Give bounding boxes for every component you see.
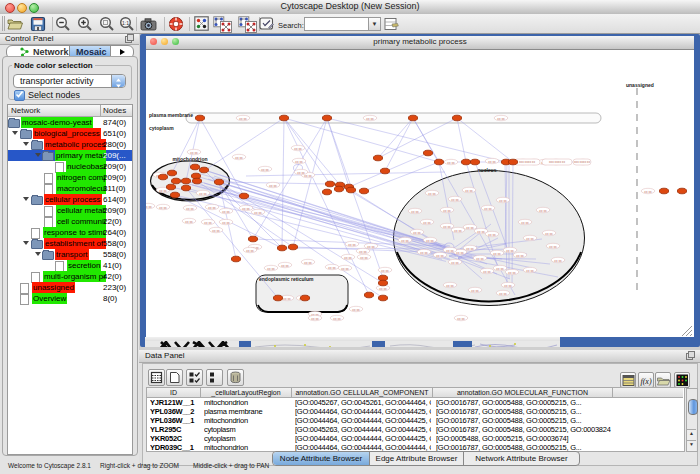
svg-text:xx xx: xx xx [381,269,389,273]
svg-text:xx xx: xx xx [401,239,409,243]
svg-text:xxx xxxx xx: xxx xxxx xx [574,160,591,164]
svg-text:xx xx: xx xx [456,251,464,255]
svg-text:xx xx: xx xx [199,192,207,196]
svg-text:xx xx: xx xx [549,245,557,249]
svg-text:xx xx: xx xx [499,292,507,296]
svg-text:xx xx: xx xx [466,247,474,251]
svg-text:xx xx: xx xx [294,147,302,151]
svg-text:xx xx: xx xx [457,317,465,321]
svg-text:xx xx: xx xx [359,250,367,254]
svg-text:xx xx: xx xx [269,184,277,188]
svg-text:xx xx: xx xx [488,160,496,164]
svg-text:xx xx: xx xx [476,257,484,261]
svg-text:xx xx: xx xx [539,209,547,213]
svg-text:xx xx: xx xx [443,209,451,213]
svg-text:xx xx: xx xx [466,226,474,230]
svg-text:xx xx: xx xx [516,254,524,258]
svg-text:xx xx: xx xx [379,287,387,291]
svg-text:xx xx: xx xx [281,264,289,268]
svg-text:nucleus: nucleus [478,167,497,173]
svg-text:1:1: 1:1 [122,20,129,26]
svg-text:xx xx: xx xx [185,220,193,224]
svg-text:xx xx: xx xx [204,221,212,225]
svg-text:xx xx: xx xx [222,221,230,225]
svg-text:xx xx: xx xx [465,189,473,193]
svg-text:unassigned: unassigned [626,82,654,88]
svg-text:xx xx: xx xx [208,206,216,210]
svg-text:xx xx: xx xx [545,232,553,236]
svg-text:xx xx: xx xx [146,205,152,209]
svg-text:xxx xxxx xx: xxx xxxx xx [519,160,536,164]
svg-text:xx xx: xx xx [246,249,254,253]
svg-text:xx xx: xx xx [366,117,374,121]
svg-text:xx xx: xx xx [493,252,501,256]
svg-text:xx xx: xx xx [420,251,428,255]
svg-text:xx xx: xx xx [344,256,352,260]
svg-text:xx xx: xx xx [348,243,356,247]
svg-text:xx xx: xx xx [428,192,436,196]
svg-text:xx xx: xx xx [446,284,454,288]
svg-text:xx xx: xx xx [186,207,194,211]
svg-text:xx xx: xx xx [499,199,507,203]
svg-text:xx xx: xx xx [304,261,312,265]
svg-text:xx xx: xx xx [328,266,336,270]
svg-text:xx xx: xx xx [297,171,305,175]
svg-text:xx xx: xx xx [483,270,491,274]
svg-text:xx xx: xx xx [426,239,434,243]
svg-text:xx xx: xx xx [235,156,243,160]
svg-text:xx xx: xx xx [477,230,485,234]
svg-text:xx xx: xx xx [261,168,269,172]
svg-text:xx xx: xx xx [360,256,368,260]
svg-text:f(x): f(x) [640,377,651,386]
svg-text:xx xx: xx xx [446,249,454,253]
svg-text:xx xx: xx xx [212,229,220,233]
svg-text:xx xx: xx xx [504,284,512,288]
svg-text:xx xx: xx xx [521,221,529,225]
svg-text:xx xx: xx xx [496,267,504,271]
svg-text:xx xx: xx xx [267,267,275,271]
svg-text:xx xx: xx xx [159,189,167,193]
svg-text:xx xx: xx xx [295,160,303,164]
svg-text:xx xx: xx xx [242,207,250,211]
svg-text:xxx xxxx xx: xxx xxxx xx [549,160,566,164]
svg-text:xx xx: xx xx [526,269,534,273]
svg-text:xx xx: xx xx [283,297,291,301]
svg-text:cytoplasm: cytoplasm [149,125,174,131]
svg-text:xx xx: xx xx [423,221,431,225]
svg-text:xx xx: xx xx [411,210,419,214]
svg-text:xx xx: xx xx [454,229,462,233]
svg-text:xx xx: xx xx [451,198,459,202]
svg-text:xx xx: xx xx [644,190,652,194]
svg-text:xx xx: xx xx [311,317,319,321]
svg-text:xx xx: xx xx [484,207,492,211]
svg-text:xx xx: xx xx [436,254,444,258]
svg-text:xx xx: xx xx [508,271,516,275]
svg-text:xx xx: xx xx [447,161,455,165]
svg-text:xx xx: xx xx [554,259,562,263]
svg-text:xx xx: xx xx [190,151,198,155]
svg-text:xx xx: xx xx [367,245,375,249]
svg-text:xx xx: xx xx [506,249,514,253]
svg-text:xx xx: xx xx [159,206,167,210]
svg-text:xx xx: xx xx [451,261,459,265]
svg-text:xx xx: xx xx [254,211,262,215]
svg-text:xx xx: xx xx [341,267,349,271]
svg-text:xx xx: xx xx [488,233,496,237]
svg-text:xx xx: xx xx [413,231,421,235]
svg-text:xx xx: xx xx [239,117,247,121]
svg-text:xx xx: xx xx [497,117,505,121]
svg-text:xx xx: xx xx [471,289,479,293]
svg-text:xx xx: xx xx [526,237,534,241]
svg-text:xx xx: xx xx [222,210,230,214]
svg-text:endoplasmic reticulum: endoplasmic reticulum [259,276,314,282]
svg-text:xx xx: xx xx [352,308,360,312]
svg-text:xx xx: xx xx [333,317,341,321]
svg-text:plasma membrane: plasma membrane [149,112,193,118]
svg-text:xx xx: xx xx [443,225,451,229]
